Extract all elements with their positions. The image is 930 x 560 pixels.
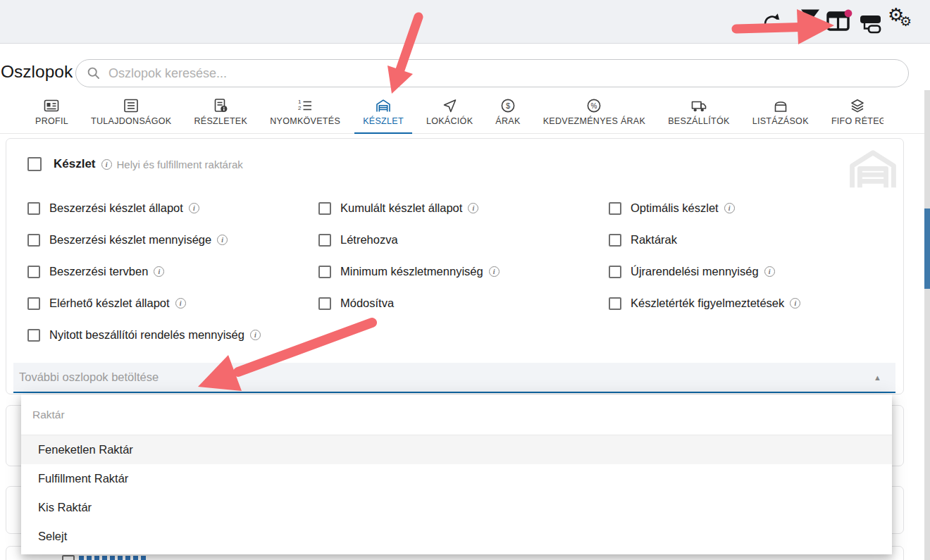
checkbox-row[interactable]: Nyitott beszállítói rendelés mennyiség i [27,319,261,351]
topbar: ⚙ ⚙ [0,0,930,44]
checkbox[interactable] [27,202,40,215]
svg-text:$: $ [506,101,510,110]
tab-keszlet[interactable]: KÉSZLET [363,93,404,134]
checkbox[interactable] [318,234,331,247]
info-icon[interactable]: i [250,330,261,340]
list-box-icon [123,98,140,113]
clipped-checkbox [62,555,75,560]
scrollbar-track[interactable] [924,90,930,560]
svg-text:%: % [591,102,597,110]
info-icon[interactable]: i [175,298,186,309]
info-icon[interactable]: i [217,235,228,245]
warehouse-dropdown-menu: Raktár Feneketlen Raktár Fulfillment Rak… [21,394,892,554]
tab-reszletek[interactable]: RÉSZLETEK [194,93,247,134]
tab-arak[interactable]: $ ÁRAK [495,93,520,134]
warehouse-watermark-icon [846,147,900,191]
clipped-blue-text [79,556,147,560]
info-icon[interactable]: i [489,266,500,277]
checkbox[interactable] [609,297,621,310]
redo-icon[interactable] [762,11,783,30]
numbered-list-icon: 1 2 [297,98,314,113]
column-settings-page: ⚙ ⚙ Oszlopok PROFIL [0,0,930,560]
tab-profil[interactable]: PROFIL [35,93,68,134]
checkbox-row[interactable]: Beszerzési készlet mennyisége i [27,224,261,256]
navigation-arrow-icon [441,98,458,113]
tab-nyomkovetes[interactable]: 1 2 NYOMKÖVETÉS [270,93,340,134]
tab-lokaciok[interactable]: LOKÁCIÓK [426,93,473,134]
checkbox[interactable] [318,266,331,278]
tab-listazasok[interactable]: LISTÁZÁSOK [752,93,809,134]
scrollbar-thumb[interactable] [924,209,930,289]
checkbox[interactable] [27,297,40,310]
info-icon[interactable]: i [101,159,112,170]
svg-text:1: 1 [298,99,302,105]
tab-kedvezmenyes-arak[interactable]: % KEDVEZMÉNYES ÁRAK [543,93,645,134]
group-title: Készlet [54,157,96,171]
truck-icon [690,98,707,113]
collapse-arrow-icon[interactable]: ▲ [874,373,881,382]
group-checkbox[interactable] [27,157,42,171]
info-icon[interactable]: i [790,298,800,309]
layers-icon [849,98,866,113]
gear-small-icon: ⚙ [900,15,912,28]
tab-beszallitok[interactable]: BESZÁLLÍTÓK [668,93,729,134]
dropdown-option[interactable]: Feneketlen Raktár [21,435,892,464]
checkbox-row[interactable]: Beszerzési tervben i [27,256,261,287]
checkbox[interactable] [318,202,331,215]
checkbox-row[interactable]: Elérhető készlet állapot i [27,287,261,319]
checkbox[interactable] [609,266,621,278]
checkbox[interactable] [609,234,621,247]
checkbox-row[interactable]: Kumulált készlet állapot i [318,192,500,224]
checkbox-row[interactable]: Minimum készletmennyiség i [318,256,500,287]
info-icon[interactable]: i [724,203,735,213]
page-title: Oszlopok [1,62,73,82]
profile-card-icon [43,98,60,113]
dollar-circle-icon: $ [500,98,516,113]
filter-icon[interactable] [799,8,822,21]
dropdown-option[interactable]: Kis Raktár [21,493,892,522]
checkbox-row[interactable]: Optimális készlet i [609,192,800,224]
group-header-keszlet[interactable]: Készlet i Helyi és fulfillment raktárak [27,157,243,171]
document-info-icon [212,98,229,113]
dropdown-group-label: Raktár [21,394,892,435]
dropdown-option[interactable]: Selejt [21,522,892,551]
workflow-icon[interactable] [858,14,885,34]
tabs: PROFIL TULAJDONSÁGOK RÉSZLETEK [35,93,884,134]
checkbox-row[interactable]: Beszerzési készlet állapot i [27,192,261,224]
notification-dot [845,10,852,18]
checkbox[interactable] [27,266,40,278]
svg-text:2: 2 [298,105,302,111]
tab-tulajdonsagok[interactable]: TULAJDONSÁGOK [91,93,171,134]
checkbox[interactable] [318,297,331,310]
settings-gears-icon[interactable]: ⚙ ⚙ [888,6,920,38]
info-icon[interactable]: i [189,203,199,213]
warehouse-icon [375,98,392,113]
checkbox-column-3: Optimális készlet i Raktárak Újrarendelé… [609,192,800,319]
checkbox[interactable] [609,202,621,215]
info-icon[interactable]: i [468,203,478,213]
percent-circle-icon: % [585,98,602,113]
dropdown-option[interactable]: Fulfillment Raktár [21,464,892,493]
search-icon [87,66,101,80]
checkbox[interactable] [27,234,40,247]
search-input[interactable] [108,66,908,81]
search-box[interactable] [75,59,909,87]
checkbox-row[interactable]: Újrarendelési mennyiség i [609,256,800,287]
group-subtitle: Helyi és fulfillment raktárak [117,158,243,170]
checkbox[interactable] [27,329,40,342]
tab-fifo-reteg[interactable]: FIFO RÉTEG [831,93,884,134]
tabstrip: PROFIL TULAJDONSÁGOK RÉSZLETEK [0,93,924,134]
checkbox-column-1: Beszerzési készlet állapot i Beszerzési … [27,192,261,351]
checkbox-row[interactable]: Raktárak [609,224,800,256]
load-more-columns-select[interactable]: További oszlopok betöltése ▲ [13,363,895,393]
checkbox-row[interactable]: Módosítva [318,287,500,319]
checkbox-row[interactable]: Készletérték figyelmeztetések i [609,287,800,319]
checkbox-column-2: Kumulált készlet állapot i Létrehozva Mi… [318,192,500,319]
keszlet-panel: Készlet i Helyi és fulfillment raktárak … [6,138,904,394]
columns-icon[interactable] [824,8,852,34]
checkbox-row[interactable]: Létrehozva [318,224,500,256]
info-icon[interactable]: i [764,266,775,277]
storage-bin-icon [772,98,789,113]
info-icon[interactable]: i [154,266,164,277]
